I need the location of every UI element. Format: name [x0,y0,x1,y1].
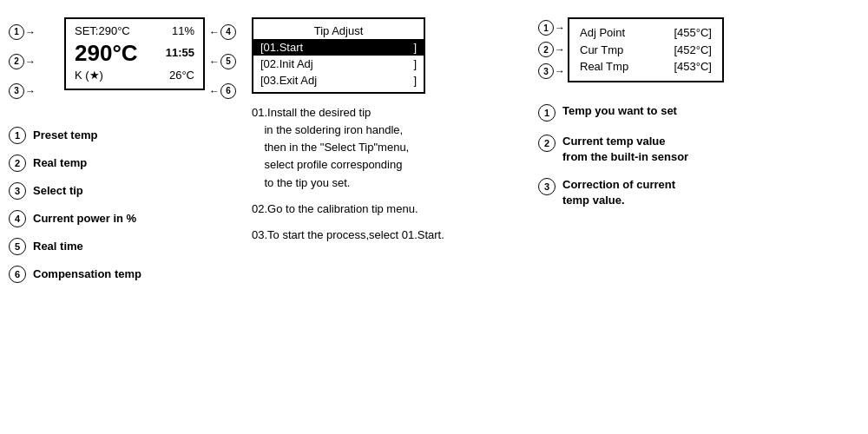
time-value: 11:55 [166,46,194,61]
adj-left-arrows: 1 → 2 → 3 → [538,17,564,82]
left-labels-list: 1 Preset temp 2 Real temp 3 Select tip 4… [9,127,234,283]
left-arrow-1: 1 → [9,24,35,40]
label-text-2: Real temp [33,156,87,169]
left-section: 1 → 2 → 3 → SET:290°C 11% [9,17,234,417]
label-circle-2: 2 [9,155,26,172]
label-item-3: 3 Select tip [9,182,234,200]
menu-item-03[interactable]: [03.Exit Adj ] [253,72,424,89]
menu-item-03-label: [03.Exit Adj [260,74,317,87]
label-text-4: Current power in % [33,212,136,225]
right-arrow-5: ← 5 [208,54,234,69]
label-circle-3: 3 [9,182,26,200]
circle-5: 5 [220,54,236,69]
label-item-1: 1 Preset temp [9,127,234,144]
circle-2: 2 [9,54,24,69]
label-item-6: 6 Compensation temp [9,266,234,283]
adj-arrow-3: 3 → [538,63,564,79]
right-circle-1: 1 [538,104,556,122]
label-circle-4: 4 [9,210,26,227]
arrow-sym-5: ← [209,56,220,68]
adj-row-2: Cur Tmp [452°C] [580,42,712,59]
tip-label: K (★) [75,69,103,83]
label-item-2: 2 Real temp [9,155,234,172]
arrow-sym-2: → [25,56,36,68]
label-text-5: Real time [33,240,83,253]
arrow-sym-6: ← [209,85,220,97]
right-circle-2: 2 [538,135,556,152]
display-row-1: SET:290°C 11% [75,24,194,39]
adj-display-box: Adj Point [455°C] Cur Tmp [452°C] Real T… [568,17,724,82]
adj-display-wrapper: 1 → 2 → 3 → Adj Point [455°C] Cur [538,17,859,82]
instruction-03-text: 03.To start the process,select 01.Start. [252,227,512,244]
right-arrow-4: ← 4 [208,24,234,40]
adj-label-1: Adj Point [580,24,625,42]
display-wrapper: 1 → 2 → 3 → SET:290°C 11% [9,17,234,106]
left-arrows: 1 → 2 → 3 → [9,17,35,106]
circle-6: 6 [220,83,236,99]
menu-item-01[interactable]: [01.Start ] [253,39,424,56]
left-arrow-2: 2 → [9,54,35,69]
instruction-02: 02.Go to the calibration tip menu. [252,201,512,218]
circle-3: 3 [9,83,24,99]
right-label-item-1: 1 Temp you want to set [538,103,859,122]
label-text-1: Preset temp [33,128,97,141]
arrow-sym-4: ← [209,26,220,38]
right-circle-3: 3 [538,178,556,195]
menu-item-01-bracket: ] [413,41,417,54]
instruction-01: 01.Install the desired tip in the solder… [252,104,512,192]
right-section: 1 → 2 → 3 → Adj Point [455°C] Cur [521,17,859,417]
label-item-4: 4 Current power in % [9,210,234,227]
display-row-3: K (★) 26°C [75,69,194,83]
display-row-2: 290°C 11:55 [75,39,194,69]
right-label-text-1: Temp you want to set [562,103,677,119]
menu-item-02-bracket: ] [413,57,417,70]
menu-item-03-bracket: ] [413,74,417,87]
main-display-box: SET:290°C 11% 290°C 11:55 K (★) 26°C [64,17,205,90]
adj-circle-2: 2 [538,42,554,57]
middle-section: Tip Adjust [01.Start ] [02.Init Adj ] [0… [243,17,512,417]
circle-1: 1 [9,24,24,40]
adj-arrow-sym-1: → [555,22,565,34]
adj-row-3: Real Tmp [453°C] [580,58,712,76]
menu-item-02[interactable]: [02.Init Adj ] [253,56,424,72]
right-label-item-3: 3 Correction of currenttemp value. [538,177,859,208]
left-arrow-3: 3 → [9,83,35,99]
right-labels-list: 1 Temp you want to set 2 Current temp va… [538,103,859,209]
label-circle-6: 6 [9,266,26,283]
adj-value-2: [452°C] [674,42,712,59]
right-label-text-3: Correction of currenttemp value. [562,177,675,208]
label-text-6: Compensation temp [33,267,141,280]
real-temp-value: 290°C [75,39,138,69]
right-arrows: ← 4 ← 5 ← 6 [208,17,234,106]
power-value: 11% [172,24,194,39]
menu-item-02-label: [02.Init Adj [260,57,313,70]
adj-label-2: Cur Tmp [580,42,623,59]
right-arrow-6: ← 6 [208,83,234,99]
label-item-5: 5 Real time [9,238,234,255]
adj-circle-1: 1 [538,20,554,36]
right-label-item-2: 2 Current temp valuefrom the built-in se… [538,134,859,165]
arrow-sym-1: → [25,26,36,38]
instruction-01-text: 01.Install the desired tip in the solder… [252,104,512,192]
adj-arrow-sym-2: → [555,43,565,56]
label-circle-1: 1 [9,127,26,144]
tip-adjust-box: Tip Adjust [01.Start ] [02.Init Adj ] [0… [252,17,425,94]
tip-adjust-title: Tip Adjust [253,23,424,39]
adj-row-1: Adj Point [455°C] [580,24,712,42]
arrow-sym-3: → [25,85,36,97]
adj-arrow-1: 1 → [538,20,564,36]
adj-arrow-sym-3: → [555,65,565,77]
label-circle-5: 5 [9,238,26,255]
instruction-02-text: 02.Go to the calibration tip menu. [252,201,512,218]
instruction-03: 03.To start the process,select 01.Start. [252,227,512,244]
adj-arrow-2: 2 → [538,42,564,57]
menu-item-01-label: [01.Start [260,41,303,54]
right-label-text-2: Current temp valuefrom the built-in sens… [562,134,688,165]
instructions-block: 01.Install the desired tip in the solder… [252,104,512,253]
adj-circle-3: 3 [538,63,554,79]
comp-temp-value: 26°C [169,69,194,83]
circle-4: 4 [220,24,236,40]
label-text-3: Select tip [33,184,83,197]
preset-label: SET:290°C [75,24,130,39]
adj-label-3: Real Tmp [580,58,628,76]
